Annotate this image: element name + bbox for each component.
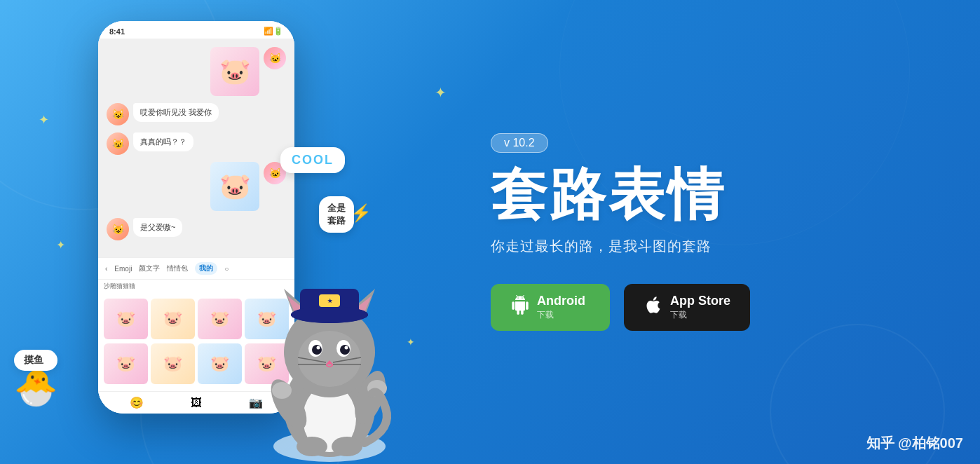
- download-buttons: Android 下载 App Store 下载: [491, 284, 938, 331]
- emoji-tab[interactable]: 情情包: [167, 264, 188, 273]
- emoji-tab[interactable]: Emoji: [114, 265, 132, 273]
- cat-character: ★: [252, 268, 407, 464]
- phone-status-bar: 8:41 📶🔋: [98, 21, 294, 39]
- sticker-grid-item[interactable]: 🐷: [198, 343, 242, 384]
- android-btn-text: Android 下载: [537, 294, 585, 321]
- chat-bubble: 真真的吗？？: [133, 132, 193, 151]
- appstore-label: App Store: [670, 294, 730, 309]
- sticker-item: 🐷: [210, 47, 259, 96]
- avatar-img: 🐱: [264, 47, 286, 69]
- back-icon[interactable]: ‹: [105, 265, 107, 273]
- chat-row: 🐷 🐱: [107, 47, 286, 96]
- version-text: v 10.2: [504, 137, 535, 149]
- taolu-bubble: 全是套路: [319, 196, 354, 233]
- sticker-pack-name: 沙雕猫猫猫: [104, 282, 135, 289]
- bottom-icon-sticker[interactable]: 🖼: [191, 397, 202, 409]
- android-sublabel: 下载: [537, 309, 585, 321]
- cat-svg: ★: [252, 268, 407, 464]
- watermark: 知乎 @柏铭007: [866, 434, 963, 453]
- svg-point-22: [291, 306, 368, 323]
- chat-row: 🐷 🐱: [107, 162, 286, 211]
- left-section: 摸鱼 🐣 8:41 📶🔋 🐷 🐱: [0, 0, 477, 464]
- svg-point-11: [312, 345, 322, 355]
- chat-row: 😺 真真的吗？？: [107, 132, 286, 155]
- emoji-tab-active[interactable]: 我的: [195, 262, 217, 275]
- chat-bubble: 是父爱嗷~: [133, 218, 182, 237]
- cool-text: COOL: [292, 153, 334, 167]
- duck-icon: 🐣: [14, 367, 57, 408]
- apple-icon: [644, 295, 663, 320]
- avatar: 😺: [107, 103, 129, 125]
- phone-chat-area: 🐷 🐱 😺 哎爱你听见没 我爱你: [98, 39, 294, 257]
- android-icon: [510, 295, 530, 320]
- svg-text:★: ★: [327, 298, 333, 304]
- sticker-grid-item[interactable]: 🐷: [104, 343, 148, 384]
- appstore-btn-text: App Store 下载: [670, 294, 730, 321]
- phone-time: 8:41: [109, 27, 125, 36]
- sticker-grid-item[interactable]: 🐷: [151, 299, 195, 339]
- cool-bubble: COOL: [280, 147, 345, 173]
- right-section: v 10.2 套路表情 你走过最长的路，是我斗图的套路 Android 下载: [477, 105, 980, 359]
- svg-point-30: [332, 437, 362, 456]
- svg-point-12: [340, 345, 350, 355]
- sticker-grid-item[interactable]: 🐷: [151, 343, 195, 384]
- avatar-img: 😺: [107, 132, 129, 155]
- version-badge: v 10.2: [491, 133, 548, 153]
- avatar-img: 😺: [107, 103, 129, 125]
- svg-point-29: [297, 437, 327, 456]
- moyu-text: 摸鱼: [24, 354, 43, 365]
- phone-signal: 📶🔋: [264, 27, 283, 36]
- avatar-img: 😺: [107, 218, 129, 240]
- sub-title: 你走过最长的路，是我斗图的套路: [491, 237, 938, 256]
- avatar: 😺: [107, 218, 129, 240]
- sticker-grid-item[interactable]: 🐷: [104, 299, 148, 339]
- emoji-tab[interactable]: 颜文字: [139, 264, 160, 273]
- chat-row: 😺 是父爱嗷~: [107, 218, 286, 240]
- main-title: 套路表情: [491, 164, 938, 226]
- avatar: 🐱: [264, 47, 286, 69]
- svg-point-14: [345, 346, 348, 350]
- avatar: 😺: [107, 132, 129, 155]
- svg-point-27: [272, 382, 292, 399]
- emoji-search-icon[interactable]: ○: [224, 265, 229, 273]
- android-label: Android: [537, 294, 585, 309]
- chat-bubble: 哎爱你听见没 我爱你: [133, 103, 219, 122]
- moyu-bubble: 摸鱼: [14, 350, 57, 371]
- sticker-grid-item[interactable]: 🐷: [198, 299, 242, 339]
- duck-decoration: 摸鱼 🐣: [14, 350, 57, 408]
- appstore-sublabel: 下载: [670, 309, 730, 321]
- main-banner: ✦ ✦ ✦ ✦ ⚡ 摸鱼 🐣 8:41 📶🔋: [0, 0, 980, 464]
- bottom-icon-emoji[interactable]: 😊: [130, 396, 144, 409]
- sticker-item: 🐷: [210, 162, 259, 211]
- android-download-button[interactable]: Android 下载: [491, 284, 610, 331]
- svg-point-13: [317, 346, 320, 350]
- watermark-text: 知乎 @柏铭007: [866, 435, 963, 451]
- appstore-download-button[interactable]: App Store 下载: [624, 284, 750, 331]
- chat-row: 😺 哎爱你听见没 我爱你: [107, 103, 286, 125]
